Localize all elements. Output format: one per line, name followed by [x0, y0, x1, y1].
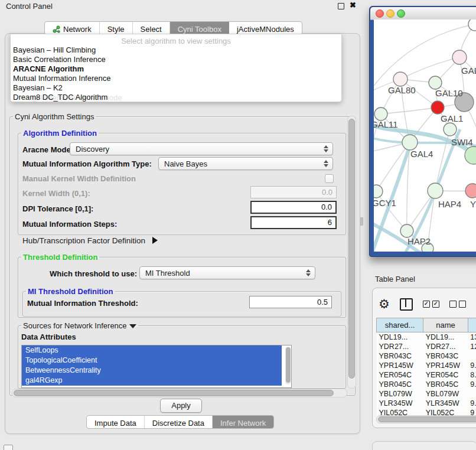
- table-row[interactable]: YDR27...YDR27...12: [377, 342, 476, 351]
- tab-infer-network[interactable]: Infer Network: [213, 416, 273, 428]
- table-cell[interactable]: 9.: [468, 361, 476, 370]
- table-row[interactable]: YDL19...YDL19...13: [377, 332, 476, 343]
- network-node[interactable]: [468, 19, 476, 31]
- split-columns-icon[interactable]: [400, 298, 413, 311]
- network-node-y[interactable]: [465, 184, 476, 198]
- table-cell[interactable]: YDR27...: [423, 342, 468, 351]
- zoom-window-icon[interactable]: [397, 9, 405, 18]
- select-all-icon[interactable]: ✓✓: [423, 301, 439, 308]
- algorithm-option[interactable]: Dream8 DC_TDC Algorithm: [13, 93, 332, 102]
- table-row[interactable]: YPR145WYPR145W9.: [377, 361, 476, 370]
- network-node-swi4[interactable]: [444, 123, 457, 136]
- tab-network[interactable]: Network: [45, 22, 100, 34]
- algorithm-option[interactable]: Mutual Information Inference: [13, 74, 332, 83]
- network-node-gcy1[interactable]: [374, 185, 383, 198]
- column-header[interactable]: A: [468, 318, 476, 332]
- table-cell[interactable]: YDR27...: [377, 342, 423, 351]
- table-cell[interactable]: YDL19...: [423, 332, 468, 343]
- column-header[interactable]: shared...: [377, 318, 423, 332]
- table-cell[interactable]: YBL079W: [377, 389, 423, 399]
- close-window-icon[interactable]: [376, 9, 384, 18]
- table-cell[interactable]: YLR345W: [423, 399, 468, 408]
- attribute-item[interactable]: gal4RGexp: [22, 376, 282, 386]
- table-hscroll-thumb[interactable]: [378, 416, 476, 422]
- list-scrollbar-thumb[interactable]: [286, 347, 291, 383]
- mi-type-select[interactable]: Naive Bayes: [158, 157, 333, 170]
- network-canvas[interactable]: GALGAL80GAL10GAL1GAL11SWI4GAL4GCY1HAP4YH…: [374, 19, 476, 252]
- network-node-gal4[interactable]: [402, 135, 418, 150]
- tab-jactivemnodules[interactable]: jActiveMNodules: [229, 22, 302, 34]
- close-panel-icon[interactable]: ✖: [350, 1, 356, 9]
- algorithm-option[interactable]: Bayesian – Hill Climbing: [13, 45, 332, 55]
- kernel-width-field[interactable]: 0.0: [250, 186, 337, 198]
- table-cell[interactable]: YBR043C: [423, 351, 468, 361]
- network-node-gal10[interactable]: [429, 76, 442, 89]
- settings-vscroll-thumb[interactable]: [348, 119, 355, 379]
- table-cell[interactable]: 9.: [468, 399, 476, 408]
- network-edge[interactable]: [400, 57, 459, 79]
- tab-cyni-toolbox[interactable]: Cyni Toolbox: [170, 22, 229, 34]
- dpi-tolerance-field[interactable]: 0.0: [250, 201, 337, 214]
- network-edge[interactable]: [376, 142, 410, 191]
- sources-legend[interactable]: Sources for Network Inference: [21, 321, 138, 330]
- algorithm-option[interactable]: Basic Correlation Inference: [13, 55, 332, 64]
- mi-threshold-field[interactable]: 0.5: [249, 296, 332, 308]
- algorithm-option[interactable]: Bayesian – K2: [13, 83, 332, 93]
- table-cell[interactable]: YBL079W: [423, 389, 468, 399]
- tab-impute-data[interactable]: Impute Data: [87, 416, 145, 428]
- tab-discretize-data[interactable]: Discretize Data: [145, 416, 213, 428]
- table-cell[interactable]: [468, 389, 476, 399]
- hub-definition-toggle[interactable]: Hub/Transcription Factor Definition: [22, 236, 158, 245]
- table-cell[interactable]: 13: [468, 332, 476, 343]
- network-graph[interactable]: GALGAL80GAL10GAL1GAL11SWI4GAL4GCY1HAP4YH…: [374, 19, 476, 252]
- aracne-mode-select[interactable]: Discovery: [70, 142, 333, 155]
- network-node-hap2[interactable]: [400, 224, 413, 237]
- table-cell[interactable]: YBR045C: [377, 380, 423, 389]
- network-node-hap4[interactable]: [428, 183, 443, 198]
- table-cell[interactable]: [468, 351, 476, 361]
- minimize-window-icon[interactable]: [386, 9, 395, 18]
- table-cell[interactable]: YLR345W: [377, 399, 423, 408]
- table-cell[interactable]: YPR145W: [377, 361, 423, 370]
- settings-horizontal-scrollbar[interactable]: [12, 389, 347, 397]
- tab-select[interactable]: Select: [133, 22, 170, 34]
- settings-vertical-scrollbar[interactable]: [347, 116, 356, 389]
- table-cell[interactable]: 12: [468, 342, 476, 351]
- data-attributes-list[interactable]: SelfLoopsTopologicalCoefficientBetweenne…: [21, 345, 292, 388]
- network-node-gal11[interactable]: [374, 107, 387, 120]
- settings-hscroll-thumb[interactable]: [14, 390, 334, 396]
- column-header[interactable]: name: [423, 318, 468, 332]
- table-horizontal-scrollbar[interactable]: [376, 415, 476, 423]
- algorithm-option[interactable]: ARACNE Algorithm: [13, 64, 332, 74]
- network-edge[interactable]: [381, 107, 438, 114]
- table-cell[interactable]: YBR045C: [423, 380, 468, 389]
- attribute-item[interactable]: TopologicalCoefficient: [22, 356, 282, 366]
- float-panel-icon[interactable]: [338, 3, 344, 9]
- apply-button[interactable]: Apply: [160, 399, 202, 413]
- table-row[interactable]: YLR345WYLR345W9.: [377, 399, 476, 408]
- network-window-titlebar[interactable]: [370, 7, 476, 20]
- table-cell[interactable]: YPR145W: [423, 361, 468, 370]
- which-threshold-select[interactable]: MI Threshold: [139, 266, 315, 279]
- table-cell[interactable]: YER054C: [377, 370, 423, 380]
- table-row[interactable]: YBR043CYBR043C: [377, 351, 476, 361]
- attribute-item[interactable]: BetweennessCentrality: [22, 366, 282, 376]
- table-row[interactable]: YBR045CYBR045C9.: [377, 380, 476, 389]
- deselect-all-icon[interactable]: [449, 301, 466, 308]
- network-node-gal1[interactable]: [431, 101, 444, 114]
- gear-icon[interactable]: ⚙: [379, 298, 390, 310]
- network-node-gal[interactable]: [452, 50, 467, 64]
- table-cell[interactable]: 8.: [468, 370, 476, 380]
- table-cell[interactable]: YBR043C: [377, 351, 423, 361]
- table-cell[interactable]: 9.: [468, 380, 476, 389]
- manual-kernel-checkbox[interactable]: [325, 174, 334, 183]
- mi-steps-field[interactable]: 6: [250, 216, 337, 229]
- table-cell[interactable]: YER054C: [423, 370, 468, 380]
- collapsed-panel-chip[interactable]: [4, 445, 13, 450]
- table-cell[interactable]: YDL19...: [377, 332, 423, 343]
- splitpane-grip[interactable]: [360, 217, 363, 226]
- table-row[interactable]: YER054CYER054C8.: [377, 370, 476, 380]
- attribute-item[interactable]: SelfLoops: [22, 345, 282, 356]
- tab-style[interactable]: Style: [100, 22, 133, 34]
- network-view-window[interactable]: GALGAL80GAL10GAL1GAL11SWI4GAL4GCY1HAP4YH…: [369, 6, 476, 257]
